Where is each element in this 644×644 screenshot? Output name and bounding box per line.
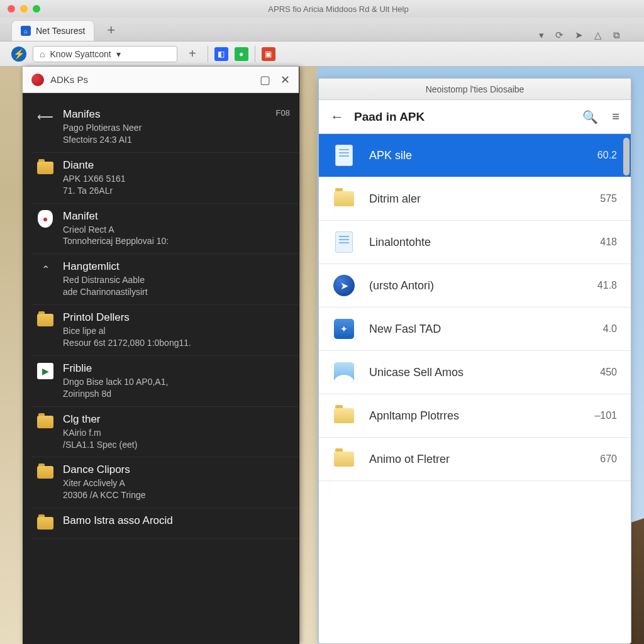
path-label: Paad in APK	[354, 110, 425, 124]
file-name: APK sile	[369, 149, 584, 162]
favicon-icon: ⌂	[21, 26, 31, 36]
file-size: 418	[600, 236, 617, 248]
toolbar-add-button[interactable]: +	[184, 47, 201, 61]
item-name: Manifes	[63, 108, 267, 121]
file-row[interactable]: ➤(ursto Antori)41.8	[319, 264, 631, 308]
refresh-icon[interactable]: ⟳	[555, 30, 564, 41]
pin-icon: ●	[36, 210, 54, 228]
app-logo-icon	[31, 74, 44, 86]
file-row[interactable]: Linalontohte418	[319, 221, 631, 264]
file-name: Animo ot Fletrer	[369, 453, 586, 466]
address-text: Know Syattcont	[50, 49, 111, 59]
toolbar-icon-blue[interactable]: ◧	[214, 47, 228, 61]
item-text: ManifetCrieol Rect ATonnohericaj Bepplov…	[63, 210, 290, 248]
file-name: (ursto Antori)	[369, 279, 584, 292]
item-sub1: APK 1X66 5161	[63, 173, 290, 185]
browser-tab[interactable]: ⌂ Net Tesurest	[11, 20, 94, 41]
document-icon	[333, 231, 355, 253]
play-icon: ▶	[36, 362, 54, 380]
item-sub2: 20306 /A KCC Tringe	[63, 489, 290, 501]
panels-icon[interactable]: ⧉	[613, 30, 620, 41]
file-list: APK sile60.2Ditrim aler575Linalontohte41…	[319, 134, 631, 643]
search-icon[interactable]: 🔍	[582, 109, 598, 125]
list-item[interactable]: Printol DellersBice lipe alResour 6st 21…	[31, 305, 299, 356]
address-dropdown-icon[interactable]: ▾	[116, 49, 121, 59]
item-sub1: Bice lipe al	[63, 325, 290, 337]
main-area: ADKs Ps ▢ ✕ ⟵ManifesPago Plotieras NeerS…	[23, 67, 631, 644]
file-browser-toolbar: ← Paad in APK 🔍 ≡	[319, 100, 631, 134]
dropdown-icon[interactable]: ▾	[539, 30, 544, 41]
menubar-title: APRS fio Aricia Middoos Rd & Ult Help	[40, 4, 636, 14]
close-window-icon[interactable]	[8, 5, 15, 13]
new-tab-button[interactable]: +	[101, 19, 121, 41]
item-sub1: Crieol Rect A	[63, 224, 290, 236]
system-menubar: APRS fio Aricia Middoos Rd & Ult Help	[0, 0, 644, 18]
scrollbar-thumb[interactable]	[623, 138, 630, 175]
folder-icon	[333, 404, 355, 427]
item-sub1: Red Distransic Aable	[63, 274, 290, 286]
up-icon[interactable]: △	[594, 30, 602, 41]
list-item[interactable]: DianteAPK 1X66 516171. Ta 26ALr	[31, 153, 299, 204]
list-item[interactable]: Dance CliporsXiter Acclively A20306 /A K…	[31, 457, 299, 508]
file-size: 670	[600, 453, 617, 465]
browser-toolbar: ⚡ ⌂ Know Syattcont ▾ + ◧ ● ▣	[0, 42, 644, 67]
maximize-icon[interactable]: ▢	[260, 73, 270, 87]
item-name: Manifet	[63, 210, 290, 223]
toolbar-divider	[208, 46, 208, 62]
file-row[interactable]: Unicase Sell Amos450	[319, 351, 631, 394]
item-name: Printol Dellers	[63, 311, 290, 324]
hamburger-menu-icon[interactable]: ≡	[612, 109, 619, 125]
toolbar-icon-green[interactable]: ●	[235, 47, 248, 61]
app-icon: ✦	[333, 318, 355, 340]
file-row[interactable]: Apnltamp Plotrres–101	[319, 394, 631, 438]
item-name: Diante	[63, 159, 290, 172]
file-size: 41.8	[597, 280, 617, 291]
item-sub2: /SLA1.1 Spec (eet)	[63, 439, 290, 451]
folder-icon	[333, 187, 355, 210]
item-sub1: KAirio f.m	[63, 427, 290, 439]
item-sub2: Tonnohericaj Bepplovai 10:	[63, 235, 290, 247]
item-name: Bamo Istra asso Arocid	[63, 514, 290, 527]
close-icon[interactable]: ✕	[280, 73, 290, 87]
left-panel-header: ADKs Ps ▢ ✕	[23, 67, 299, 93]
file-size: 60.2	[597, 150, 617, 161]
address-bar[interactable]: ⌂ Know Syattcont ▾	[33, 46, 177, 62]
item-text: FriblieDngo Bise lack 10 AP0,A1,Zoirinps…	[63, 362, 290, 400]
folder-icon	[36, 514, 54, 532]
left-panel: ADKs Ps ▢ ✕ ⟵ManifesPago Plotieras NeerS…	[23, 67, 299, 644]
file-row[interactable]: APK sile60.2	[319, 134, 631, 177]
tab-label: Net Tesurest	[36, 26, 85, 36]
file-name: New Fasl TAD	[369, 323, 589, 336]
toolbar-divider-2	[255, 46, 255, 62]
home-icon: ⌂	[40, 49, 45, 59]
item-text: HangtemlictRed Distransic Aableade Chari…	[63, 260, 290, 298]
maximize-window-icon[interactable]	[33, 5, 40, 13]
item-meta: F08	[276, 108, 290, 118]
item-text: ManifesPago Plotieras NeerSfectoirs 24:3…	[63, 108, 267, 146]
forward-icon[interactable]: ➤	[575, 30, 583, 41]
left-panel-title: ADKs Ps	[50, 74, 88, 85]
file-row[interactable]: Ditrim aler575	[319, 177, 631, 221]
list-item[interactable]: Clg therKAirio f.m/SLA1.1 Spec (eet)	[31, 407, 299, 458]
document-icon	[333, 144, 355, 167]
item-sub2: Zoirinpsh 8d	[63, 388, 290, 400]
file-row[interactable]: ✦New Fasl TAD4.0	[319, 308, 631, 351]
minimize-window-icon[interactable]	[20, 5, 28, 13]
item-name: Friblie	[63, 362, 290, 375]
back-button-icon[interactable]: ←	[330, 109, 344, 125]
chevron-up-icon: ⌃	[36, 260, 54, 278]
tabs-right-controls: ▾ ⟳ ➤ △ ⧉	[539, 30, 633, 41]
list-item[interactable]: ●ManifetCrieol Rect ATonnohericaj Bepplo…	[31, 204, 299, 255]
file-size: 4.0	[603, 323, 617, 335]
list-item[interactable]: ▶FriblieDngo Bise lack 10 AP0,A1,Zoirinp…	[31, 356, 299, 407]
file-row[interactable]: Animo ot Fletrer670	[319, 438, 631, 481]
list-item[interactable]: Bamo Istra asso Arocid	[31, 508, 299, 539]
list-item[interactable]: ⌃HangtemlictRed Distransic Aableade Char…	[31, 254, 299, 305]
list-item[interactable]: ⟵ManifesPago Plotieras NeerSfectoirs 24:…	[31, 102, 299, 153]
compass-icon: ➤	[333, 274, 355, 297]
item-sub1: Pago Plotieras Neer	[63, 122, 267, 134]
file-name: Ditrim aler	[369, 192, 586, 206]
file-name: Linalontohte	[369, 236, 586, 249]
browser-nav-icon[interactable]: ⚡	[11, 47, 26, 62]
toolbar-icon-red[interactable]: ▣	[262, 47, 275, 61]
